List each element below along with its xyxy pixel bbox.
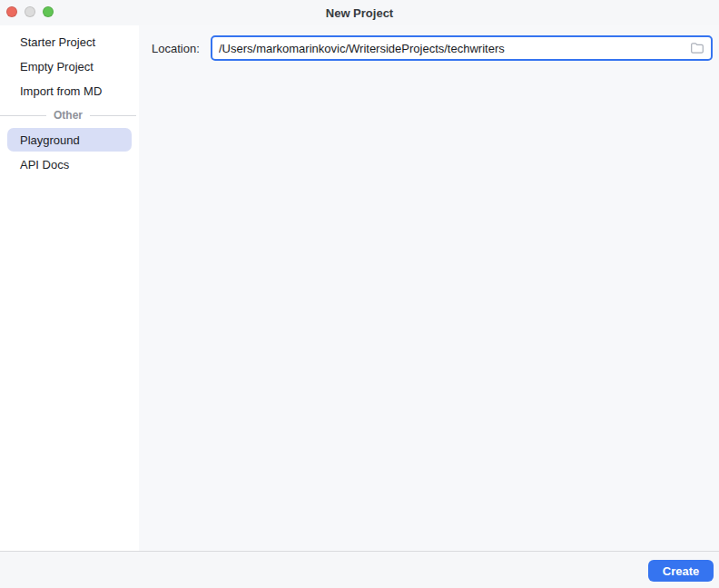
divider-line [0,115,46,116]
close-window-button[interactable] [6,6,17,17]
sidebar-section-label: Other [54,109,83,122]
create-button[interactable]: Create [648,560,714,582]
divider-line [90,115,136,116]
location-input[interactable] [211,35,713,61]
zoom-window-button[interactable] [43,6,54,17]
footer: Create [0,551,719,588]
location-label: Location: [152,35,200,61]
window-controls [6,6,54,17]
location-field-wrapper [211,35,713,61]
titlebar: New Project [0,0,719,25]
sidebar: Starter Project Empty Project Import fro… [0,25,139,551]
sidebar-item-starter-project[interactable]: Starter Project [7,30,132,54]
browse-folder-button[interactable] [688,39,706,57]
sidebar-section-other: Other [0,103,139,127]
minimize-window-button[interactable] [25,6,35,17]
sidebar-item-api-docs[interactable]: API Docs [7,152,132,176]
window-title: New Project [0,0,719,25]
new-project-dialog: New Project Starter Project Empty Projec… [0,0,719,588]
sidebar-item-playground[interactable]: Playground [7,128,132,152]
sidebar-item-import-from-md[interactable]: Import from MD [7,79,132,103]
sidebar-item-empty-project[interactable]: Empty Project [7,54,132,78]
folder-icon [690,42,704,54]
